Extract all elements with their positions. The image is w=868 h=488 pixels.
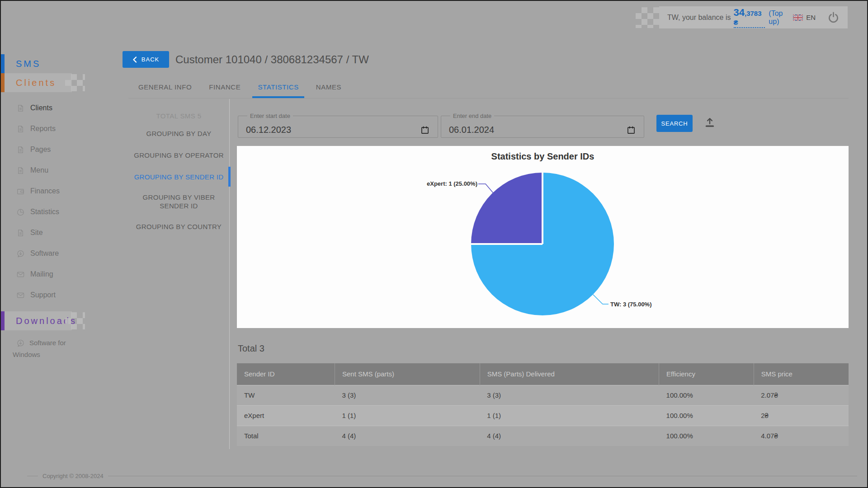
header-sms-price: SMS price [754, 363, 849, 385]
submenu-grouping-by-operator[interactable]: GROUPING BY OPERATOR [128, 144, 229, 166]
sidebar-item-support[interactable]: Support [1, 285, 128, 305]
sidebar-item-label: Pages [30, 145, 51, 154]
table-row-total: Total 4 (4) 4 (4) 100.00% 4.07₴ [237, 426, 849, 446]
pie-label-expert: eXpert: 1 (25.00%) [414, 180, 477, 187]
sidebar-item-label: Software [30, 249, 59, 258]
upload-icon [704, 117, 716, 128]
sidebar-item-label: Statistics [30, 208, 59, 216]
start-date-value[interactable]: 06.12.2023 [246, 125, 291, 135]
table-row: eXpert 1 (1) 1 (1) 100.00% 2₴ [237, 405, 849, 426]
sidebar-item-finances[interactable]: Finances [1, 181, 128, 202]
start-date-label: Enter start date [247, 113, 293, 119]
download-circle-icon [16, 339, 25, 347]
submenu-grouping-by-country[interactable]: GROUPING BY COUNTRY [128, 216, 229, 237]
sidebar-section-clients[interactable]: Clients [1, 73, 72, 92]
sidebar-item-site[interactable]: Site [1, 222, 128, 243]
logout-button[interactable] [827, 11, 840, 23]
tab-finance[interactable]: FINANCE [203, 78, 246, 98]
cell-efficiency: 100.00% [659, 405, 754, 426]
submenu-grouping-by-day[interactable]: GROUPING BY DAY [128, 122, 229, 144]
cell-sent: 3 (3) [335, 385, 480, 405]
uk-flag-icon [793, 14, 803, 21]
back-label: BACK [142, 56, 159, 63]
pie-slice-divider [542, 173, 543, 244]
tab-statistics[interactable]: STATISTICS [252, 78, 304, 98]
clients-section-label: Clients [16, 78, 56, 88]
tab-bar: GENERAL INFO FINANCE STATISTICS NAMES [128, 78, 849, 99]
sidebar-item-pages[interactable]: Pages [1, 139, 128, 160]
active-submenu-indicator [228, 167, 231, 187]
topup-link[interactable]: (Top up) [769, 9, 793, 26]
table-row: TW 3 (3) 3 (3) 100.00% 2.07₴ [237, 385, 849, 405]
cell-sent: 1 (1) [335, 405, 480, 426]
download-circle-icon [16, 249, 25, 258]
chart-panel: Statistics by Sender IDs eXpert: 1 (25.0… [237, 146, 849, 328]
search-button[interactable]: SEARCH [656, 115, 693, 132]
calendar-icon[interactable] [627, 126, 636, 135]
chevron-left-icon [132, 56, 137, 63]
sidebar-item-label: Menu [30, 166, 48, 174]
file-icon [16, 229, 25, 237]
export-button[interactable] [704, 117, 716, 128]
submenu-grouping-by-sender-id[interactable]: GROUPING BY SENDER ID [128, 166, 229, 188]
sidebar-section-downloads[interactable]: Downloads [1, 311, 72, 330]
checker-decor-downloads [65, 312, 85, 329]
clients-section-bar [1, 73, 5, 92]
sidebar-item-statistics[interactable]: Statistics [1, 202, 128, 222]
end-date-label: Enter end date [450, 113, 494, 119]
sidebar-section-sms[interactable]: SMS [1, 54, 128, 73]
end-date-field[interactable]: Enter end date 06.01.2024 [441, 113, 644, 138]
statistics-submenu: TOTAL SMS 5 GROUPING BY DAY GROUPING BY … [128, 99, 230, 449]
language-selector[interactable]: EN [793, 14, 816, 21]
cell-efficiency: 100.00% [659, 385, 754, 405]
table-total-label: Total 3 [238, 343, 264, 354]
footer: Copyright © 2008-2024 [27, 473, 857, 479]
sidebar-item-reports[interactable]: Reports [1, 118, 128, 139]
cell-delivered: 1 (1) [480, 405, 659, 426]
cell-delivered: 3 (3) [480, 385, 659, 405]
cell-price: 4.07₴ [754, 426, 849, 446]
page-title: Customer 101040 / 380681234567 / TW [175, 53, 369, 66]
end-date-value[interactable]: 06.01.2024 [449, 125, 494, 135]
sidebar-item-clients[interactable]: Clients [1, 98, 128, 118]
envelope-icon [16, 291, 25, 300]
checker-decor-clients [65, 74, 85, 91]
sidebar-item-menu[interactable]: Menu [1, 160, 128, 181]
filters-row: Enter start date 06.12.2023 Enter end da… [237, 112, 849, 140]
file-icon [16, 145, 25, 154]
sidebar-item-mailing[interactable]: Mailing [1, 264, 128, 285]
envelope-icon [16, 270, 25, 279]
pie-slice-divider [471, 243, 542, 245]
copyright-text: Copyright © 2008-2024 [42, 473, 104, 479]
header-delivered: SMS (Parts) Delivered [480, 363, 659, 385]
footer-divider [27, 476, 38, 476]
cell-sent: 4 (4) [335, 426, 480, 446]
app-window: TW, your balance is 34,3783 ₴ (Top up) E… [0, 0, 868, 488]
balance-prefix: TW, your balance is [667, 14, 731, 22]
calendar-icon[interactable] [420, 126, 429, 135]
balance-int: 34 [734, 7, 745, 18]
file-icon [16, 125, 25, 133]
start-date-field[interactable]: Enter start date 06.12.2023 [238, 113, 438, 138]
back-button[interactable]: BACK [123, 51, 169, 68]
header-efficiency: Efficiency [659, 363, 754, 385]
statistics-table: Sender ID Sent SMS (parts) SMS (Parts) D… [237, 363, 849, 446]
header-sent-sms: Sent SMS (parts) [335, 363, 480, 385]
sidebar-item-label: Support [30, 291, 56, 299]
cell-efficiency: 100.00% [659, 426, 754, 446]
sidebar-item-label: Clients [30, 104, 52, 112]
header-sender-id: Sender ID [237, 363, 335, 385]
file-icon [16, 166, 25, 175]
balance-amount[interactable]: 34,3783 ₴ [734, 7, 765, 28]
cell-sender-id: eXpert [237, 405, 335, 426]
sms-section-label: SMS [16, 59, 41, 69]
sidebar-item-software-for-windows[interactable]: Software for Windows [13, 337, 80, 361]
cell-sender-id: Total [237, 426, 335, 446]
cell-price: 2.07₴ [754, 385, 849, 405]
submenu-grouping-by-viber-sender-id[interactable]: GROUPING BY VIBER SENDER ID [128, 188, 229, 216]
submenu-active-label: GROUPING BY SENDER ID [134, 173, 224, 181]
table-header-row: Sender ID Sent SMS (parts) SMS (Parts) D… [237, 363, 849, 385]
tab-names[interactable]: NAMES [311, 78, 347, 98]
tab-general-info[interactable]: GENERAL INFO [133, 78, 197, 98]
sidebar-item-software[interactable]: Software [1, 243, 128, 264]
